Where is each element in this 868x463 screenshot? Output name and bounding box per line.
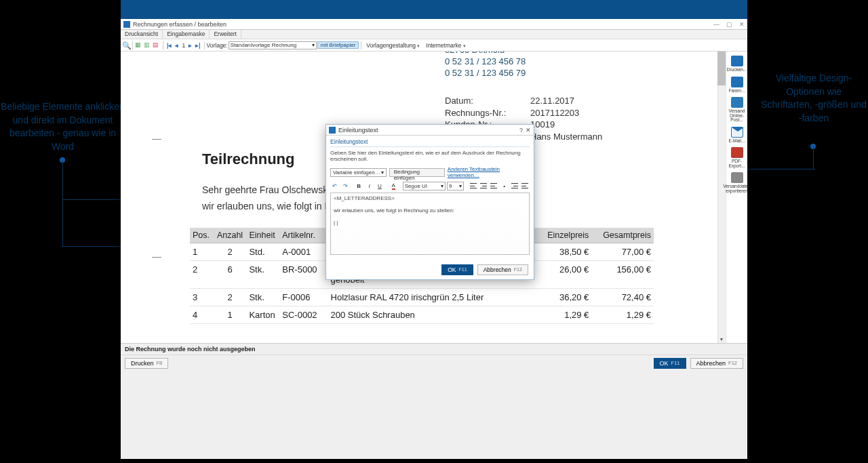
th-artikelnr: Artikelnr. [279, 228, 328, 243]
fax-icon [731, 77, 743, 87]
vscroll-down-icon[interactable]: ▾ [718, 336, 725, 343]
annotation-left: Beliebige Elemente anklicken und direkt … [0, 100, 125, 153]
salutation-text[interactable]: Sehr geehrte Frau Olschewski, [202, 184, 332, 195]
nav-page: 1 [180, 42, 186, 49]
mail-icon [731, 127, 743, 138]
th-pos: Pos. [190, 228, 214, 243]
app-icon [123, 21, 130, 28]
menu-druckansicht[interactable]: Druckansicht [121, 30, 163, 39]
dialog-close-icon[interactable]: ✕ [526, 127, 531, 134]
delete-doc-icon[interactable]: ▤ [153, 41, 161, 49]
vscroll-thumb[interactable] [717, 52, 726, 85]
align-left-icon[interactable] [469, 181, 477, 190]
window-minimize[interactable]: — [713, 21, 719, 28]
dialog-title: Einleitungstext [338, 127, 378, 134]
nav-next-icon[interactable]: ▸ [187, 42, 193, 49]
window-titlebar: Rechnungen erfassen / bearbeiten — ▢ ✕ [121, 19, 747, 30]
nav-last-icon[interactable]: ▸| [194, 42, 201, 49]
footer-drucken-button[interactable]: DruckenF8 [125, 358, 168, 369]
fold-mark-1: — [152, 133, 161, 144]
export-icon [731, 172, 743, 183]
dialog-hint: Geben Sie hier den Einleitungstext ein, … [330, 150, 530, 162]
annotation-right: Vielfältige Design-Optionen wie Schrifta… [760, 72, 868, 125]
status-bar: Die Rechnung wurde noch nicht ausgegeben [121, 343, 747, 355]
side-export[interactable]: Versanddaten exportieren [728, 172, 747, 193]
dialog-icon [329, 127, 336, 134]
th-gesamtpreis: Gesamtpreis [591, 228, 654, 243]
briefpapier-toggle[interactable]: mit Briefpapier [317, 41, 359, 49]
side-email[interactable]: E-Mail... [728, 127, 747, 144]
recipient-postal: 32760 Detmold [445, 52, 642, 56]
title-accent-bar [121, 0, 747, 19]
dialog-format-toolbar: ↶ ↷ B I U A Segoe UI▾ 9▾ [330, 181, 530, 190]
footer-bar: DruckenF8 OKF11 AbbrechenF12 [121, 355, 747, 371]
redo-icon[interactable]: ↷ [340, 181, 349, 190]
agent-value: Hans Mustermann [530, 132, 642, 143]
bold-icon[interactable]: B [355, 181, 363, 190]
dialog-help-icon[interactable]: ? [519, 127, 523, 134]
table-row[interactable]: 41KartonSC-0002200 Stück Schrauben1,29 €… [190, 306, 654, 324]
einleitungstext-dialog: Einleitungstext ? ✕ Einleitungstext Gebe… [326, 124, 534, 280]
dialog-group-title: Einleitungstext [330, 138, 530, 147]
intro-text-editor[interactable]: <M_LETTERADDRESS> wir erlauben uns, wie … [330, 193, 530, 255]
vorlage-select[interactable]: Standardvorlage Rechnung▾ [229, 41, 317, 49]
vorlage-label: Vorlage: [207, 42, 228, 49]
window-close[interactable]: ✕ [739, 21, 745, 28]
menubar: Druckansicht Eingabemaske Erweitert [121, 30, 747, 39]
invno-label: Rechnungs-Nr.: [445, 108, 530, 119]
search-icon[interactable]: 🔍 [122, 41, 130, 49]
copy-doc-icon[interactable]: ▥ [144, 41, 152, 49]
vorlagengestaltung-menu[interactable]: Vorlagengestaltung▾ [363, 42, 422, 49]
underline-icon[interactable]: U [375, 181, 384, 190]
menu-erweitert[interactable]: Erweitert [210, 30, 241, 39]
window-maximize[interactable]: ▢ [726, 21, 732, 28]
invno-value: 2017112203 [530, 108, 642, 119]
recipient-fax: 0 52 31 / 123 456 79 [445, 68, 642, 79]
pdf-icon [731, 147, 743, 158]
condition-insert-button[interactable]: Bedingung einfügen [389, 168, 445, 177]
font-family-select[interactable]: Segoe UI▾ [403, 182, 446, 190]
new-doc-icon[interactable]: ▦ [135, 41, 143, 49]
variable-insert-select[interactable]: Variable einfügen…▾ [330, 168, 387, 177]
side-faxen[interactable]: Faxen... [728, 77, 747, 94]
nav-prev-icon[interactable]: ◂ [174, 42, 180, 49]
other-textblock-link[interactable]: Anderen Textbaustein verwenden… [448, 166, 530, 178]
toolbar: 🔍 ▦ ▥ ▤ |◂ ◂ 1 ▸ ▸| Vorlage: Standardvor… [121, 39, 747, 52]
side-drucken[interactable]: Drucken... [728, 56, 747, 73]
internetmarke-menu[interactable]: Internetmarke▾ [423, 42, 468, 49]
recipient-tel: 0 52 31 / 123 456 78 [445, 56, 642, 68]
indent-decrease-icon[interactable] [510, 181, 519, 190]
table-row[interactable]: 32Stk.F-0006Holzlasur RAL 4720 irischgrü… [190, 289, 654, 306]
dialog-titlebar[interactable]: Einleitungstext ? ✕ [326, 125, 534, 136]
dialog-ok-button[interactable]: OKF11 [441, 264, 473, 275]
footer-ok-button[interactable]: OKF11 [654, 358, 686, 369]
sender-city-line: 40227 Düsseldorf [202, 52, 282, 53]
date-label: Datum: [445, 96, 530, 107]
date-value: 22.11.2017 [530, 96, 642, 107]
align-right-icon[interactable] [490, 181, 498, 190]
menu-eingabemaske[interactable]: Eingabemaske [163, 30, 210, 39]
vscroll-track[interactable] [717, 52, 726, 343]
printer-icon [731, 56, 743, 66]
document-heading[interactable]: Teilrechnung [202, 150, 295, 168]
font-color-icon[interactable]: A [389, 181, 398, 190]
undo-icon[interactable]: ↶ [330, 181, 339, 190]
th-einzelpreis: Einzelpreis [535, 228, 591, 243]
empty-gray-area [121, 371, 747, 459]
align-center-icon[interactable] [479, 181, 488, 190]
th-anzahl: Anzahl [214, 228, 247, 243]
bullet-list-icon[interactable] [500, 181, 509, 190]
fold-mark-2: — [152, 251, 161, 262]
online-post-icon [731, 97, 743, 108]
nav-first-icon[interactable]: |◂ [165, 42, 173, 49]
side-pdf[interactable]: PDF-Export... [728, 147, 747, 168]
dialog-abbrechen-button[interactable]: AbbrechenF12 [477, 264, 528, 275]
side-onlinepost[interactable]: Versand Online-Post... [728, 97, 747, 123]
side-action-panel: Drucken... Faxen... Versand Online-Post.… [726, 52, 747, 343]
footer-abbrechen-button[interactable]: AbbrechenF12 [690, 358, 743, 369]
font-size-select[interactable]: 9▾ [447, 182, 464, 190]
th-einheit: Einheit [246, 228, 279, 243]
indent-increase-icon[interactable] [521, 181, 530, 190]
italic-icon[interactable]: I [365, 181, 374, 190]
custno-value: 10019 [530, 119, 642, 131]
